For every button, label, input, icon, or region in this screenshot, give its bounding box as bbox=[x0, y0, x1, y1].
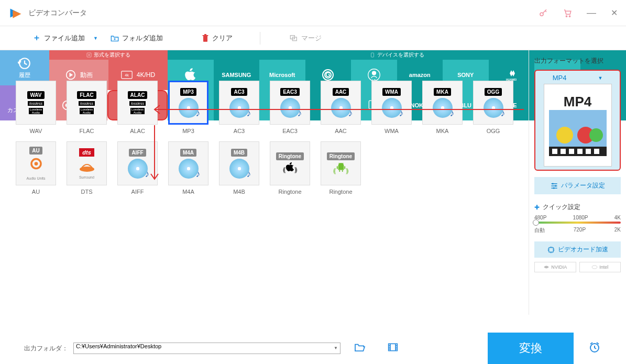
q-720p: 720P bbox=[574, 227, 586, 234]
app-title: ビデオコンバータ bbox=[28, 8, 539, 18]
quick-settings-title: ✚ クイック設定 bbox=[534, 203, 621, 212]
svg-rect-35 bbox=[577, 149, 583, 154]
quality-slider[interactable] bbox=[534, 222, 621, 224]
svg-rect-3 bbox=[203, 36, 207, 42]
parameter-settings-button[interactable]: パラメータ設定 bbox=[534, 177, 621, 194]
format-grid: WAVlosslessLossless AudioWAVFLAClossless… bbox=[9, 70, 521, 205]
format-label: ALAC bbox=[130, 128, 145, 134]
preview-format-label: MP4 bbox=[553, 74, 567, 82]
add-folder-button[interactable]: フォルダ追加 bbox=[104, 34, 169, 43]
format-ac3[interactable]: AC3AC3 bbox=[219, 81, 259, 134]
format-wav[interactable]: WAVlosslessLossless AudioWAV bbox=[16, 81, 56, 134]
output-format-title: 出力フォーマットを選択 bbox=[534, 57, 621, 65]
folder-open-icon bbox=[354, 343, 366, 352]
format-m4a[interactable]: M4AM4A bbox=[168, 141, 208, 195]
format-dts[interactable]: dtsSurroundDTS bbox=[67, 141, 107, 195]
format-label: AAC bbox=[335, 128, 347, 134]
sliders-icon bbox=[551, 182, 558, 190]
folder-plus-icon bbox=[111, 35, 119, 42]
app-logo-icon bbox=[8, 6, 23, 20]
svg-rect-36 bbox=[586, 149, 591, 154]
format-label: M4B bbox=[233, 189, 245, 195]
toolbar: ＋ ファイル追加 ▼ フォルダ追加 クリア マージ bbox=[0, 26, 626, 50]
nvidia-badge: NVIDIA bbox=[534, 262, 576, 272]
format-label: Ringtone bbox=[278, 189, 301, 195]
format-label: WMA bbox=[385, 128, 399, 134]
format-flac[interactable]: FLAClosslessLossless AudioFLAC bbox=[67, 81, 107, 134]
open-folder-button[interactable] bbox=[346, 343, 374, 354]
key-icon[interactable] bbox=[539, 8, 548, 18]
add-folder-label: フォルダ追加 bbox=[122, 34, 163, 43]
svg-rect-44 bbox=[548, 247, 553, 251]
svg-point-43 bbox=[553, 187, 554, 189]
format-label: AU bbox=[32, 189, 40, 195]
svg-rect-54 bbox=[344, 166, 345, 169]
cart-icon[interactable] bbox=[563, 8, 572, 18]
merge-button[interactable]: マージ bbox=[283, 34, 328, 43]
format-label: EAC3 bbox=[282, 128, 298, 134]
intel-icon bbox=[591, 264, 598, 270]
intel-badge: Intel bbox=[579, 262, 621, 272]
quick-label: クイック設定 bbox=[543, 203, 580, 212]
clear-label: クリア bbox=[212, 34, 233, 43]
svg-point-41 bbox=[552, 183, 553, 184]
svg-point-0 bbox=[540, 13, 543, 16]
device-tab-icon bbox=[370, 52, 375, 58]
svg-rect-34 bbox=[569, 149, 574, 154]
gpu-accel-button[interactable]: ビデオカード加速 bbox=[534, 241, 621, 258]
format-mp3[interactable]: MP3MP3 bbox=[168, 81, 208, 134]
output-path: C:¥Users¥Administrator¥Desktop bbox=[76, 343, 161, 349]
preview-format-big: MP4 bbox=[564, 94, 591, 110]
output-preview[interactable]: MP4 ▼ MP4 bbox=[534, 70, 621, 171]
q-1080p: 1080P bbox=[573, 215, 588, 220]
format-aac[interactable]: AACAAC bbox=[321, 81, 361, 134]
format-label: DTS bbox=[81, 189, 93, 195]
format-m4b[interactable]: M4BM4B bbox=[219, 141, 259, 195]
add-file-button[interactable]: ＋ ファイル追加 ▼ bbox=[26, 32, 104, 43]
svg-rect-4 bbox=[203, 35, 208, 36]
gpu-label: ビデオカード加速 bbox=[558, 245, 608, 254]
convert-button[interactable]: 変換 bbox=[488, 333, 574, 364]
format-label: WAV bbox=[30, 128, 42, 134]
svg-rect-37 bbox=[594, 149, 599, 154]
output-folder-label: 出力フォルダ： bbox=[24, 344, 68, 353]
bottom-bar: 出力フォルダ： C:¥Users¥Administrator¥Desktop 変… bbox=[0, 333, 626, 364]
svg-rect-51 bbox=[339, 170, 340, 172]
q-4k: 4K bbox=[614, 215, 621, 220]
svg-point-28 bbox=[556, 127, 573, 144]
svg-point-45 bbox=[592, 266, 597, 269]
svg-point-47 bbox=[34, 162, 38, 166]
format-ringtone[interactable]: Ringtone⸨⸩Ringtone bbox=[321, 141, 361, 195]
minimize-button[interactable]: — bbox=[587, 7, 596, 18]
format-tab-label: 形式を選択する bbox=[94, 51, 130, 59]
svg-rect-32 bbox=[552, 149, 557, 154]
preview-thumbnail bbox=[549, 110, 607, 157]
titlebar: ビデオコンバータ — ✕ bbox=[0, 0, 626, 26]
svg-point-30 bbox=[589, 128, 603, 142]
merge-label: マージ bbox=[301, 34, 322, 43]
format-label: OGG bbox=[487, 128, 500, 134]
format-label: AC3 bbox=[234, 128, 245, 134]
schedule-button[interactable] bbox=[579, 341, 610, 356]
format-au[interactable]: AUAudio UnitsAU bbox=[16, 141, 56, 195]
output-folder-input[interactable]: C:¥Users¥Administrator¥Desktop bbox=[73, 343, 341, 354]
film-button[interactable] bbox=[379, 343, 407, 354]
svg-point-42 bbox=[555, 185, 556, 186]
format-ogg[interactable]: OGGOGG bbox=[473, 81, 513, 134]
format-tab[interactable]: 形式を選択する bbox=[49, 50, 168, 60]
format-aiff[interactable]: AIFFAIFF bbox=[117, 141, 158, 195]
param-label: パラメータ設定 bbox=[561, 181, 605, 190]
svg-rect-33 bbox=[561, 149, 566, 154]
format-alac[interactable]: ALAClosslessLossless AudioALAC bbox=[117, 81, 158, 134]
format-ringtone[interactable]: Ringtone⸨⸩Ringtone bbox=[270, 141, 310, 195]
format-label: MKA bbox=[436, 128, 449, 134]
svg-point-2 bbox=[569, 15, 570, 16]
format-mka[interactable]: MKAMKA bbox=[422, 81, 463, 134]
svg-rect-53 bbox=[336, 166, 337, 169]
chevron-down-icon: ▼ bbox=[598, 75, 602, 81]
format-label: AIFF bbox=[131, 189, 144, 195]
clear-button[interactable]: クリア bbox=[195, 34, 239, 43]
format-eac3[interactable]: EAC3EAC3 bbox=[270, 81, 310, 134]
close-button[interactable]: ✕ bbox=[611, 8, 618, 18]
format-wma[interactable]: WMAWMA bbox=[371, 81, 412, 134]
